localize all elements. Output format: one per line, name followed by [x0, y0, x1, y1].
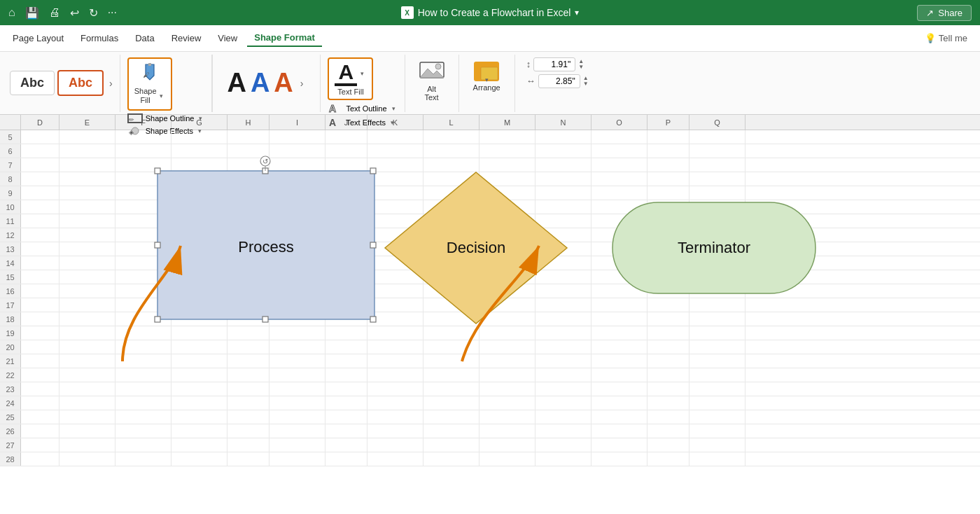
grid-cell[interactable] — [59, 214, 115, 228]
grid-cell[interactable] — [424, 200, 479, 214]
grid-cell[interactable] — [479, 228, 536, 242]
grid-cell[interactable] — [536, 158, 592, 172]
grid-cell[interactable] — [172, 144, 227, 158]
grid-cell[interactable] — [690, 284, 746, 298]
grid-cell[interactable] — [326, 284, 368, 298]
grid-cell[interactable] — [59, 284, 115, 298]
grid-cell[interactable] — [479, 214, 536, 228]
text-outline-btn[interactable]: A Text Outline ▾ — [328, 103, 397, 114]
grid-cell[interactable] — [648, 424, 690, 438]
grid-cell[interactable] — [536, 424, 592, 438]
grid-cell[interactable] — [326, 382, 368, 396]
grid-cell[interactable] — [326, 312, 368, 326]
grid-cell[interactable] — [479, 452, 536, 466]
grid-cell[interactable] — [21, 158, 59, 172]
grid-cell[interactable] — [690, 144, 746, 158]
grid-cell[interactable] — [648, 410, 690, 424]
grid-cell[interactable] — [326, 186, 368, 200]
grid-cell[interactable] — [115, 452, 172, 466]
text-effects-dropdown[interactable]: ▾ — [388, 118, 396, 127]
grid-cell[interactable] — [424, 312, 479, 326]
grid-cell[interactable] — [172, 214, 227, 228]
grid-cell[interactable] — [592, 228, 648, 242]
grid-cell[interactable] — [21, 284, 59, 298]
grid-cell[interactable] — [368, 284, 424, 298]
grid-cell[interactable] — [479, 172, 536, 186]
grid-cell[interactable] — [424, 438, 479, 452]
grid-cell[interactable] — [536, 186, 592, 200]
grid-cell[interactable] — [270, 326, 326, 340]
grid-cell[interactable] — [21, 172, 59, 186]
grid-cell[interactable] — [479, 270, 536, 284]
grid-cell[interactable] — [59, 130, 115, 144]
grid-cell[interactable] — [648, 312, 690, 326]
grid-cell[interactable] — [424, 326, 479, 340]
grid-cell[interactable] — [690, 200, 746, 214]
grid-cell[interactable] — [368, 200, 424, 214]
grid-cell[interactable] — [424, 410, 479, 424]
grid-cell[interactable] — [479, 382, 536, 396]
grid-cell[interactable] — [115, 298, 172, 312]
grid-cell[interactable] — [326, 228, 368, 242]
grid-cell[interactable] — [368, 396, 424, 410]
grid-cell[interactable] — [479, 158, 536, 172]
grid-cell[interactable] — [270, 438, 326, 452]
grid-cell[interactable] — [115, 256, 172, 270]
grid-cell[interactable] — [690, 242, 746, 256]
grid-cell[interactable] — [270, 172, 326, 186]
grid-cell[interactable] — [172, 158, 227, 172]
menu-data[interactable]: Data — [128, 30, 161, 46]
menu-review[interactable]: Review — [164, 30, 209, 46]
grid-cell[interactable] — [592, 144, 648, 158]
grid-cell[interactable] — [536, 228, 592, 242]
grid-cell[interactable] — [270, 382, 326, 396]
grid-cell[interactable] — [536, 382, 592, 396]
grid-cell[interactable] — [21, 242, 59, 256]
grid-cell[interactable] — [690, 396, 746, 410]
width-down[interactable]: ▼ — [583, 81, 589, 87]
menu-shape-format[interactable]: Shape Format — [247, 29, 322, 47]
grid-cell[interactable] — [592, 368, 648, 382]
grid-cell[interactable] — [592, 256, 648, 270]
grid-cell[interactable] — [690, 382, 746, 396]
grid-cell[interactable] — [368, 256, 424, 270]
grid-cell[interactable] — [326, 214, 368, 228]
text-fill-dropdown[interactable]: ▾ — [358, 69, 366, 78]
grid-cell[interactable] — [21, 368, 59, 382]
grid-cell[interactable] — [648, 172, 690, 186]
grid-cell[interactable] — [59, 340, 115, 354]
grid-cell[interactable] — [270, 452, 326, 466]
grid-cell[interactable] — [270, 270, 326, 284]
grid-cell[interactable] — [227, 452, 270, 466]
grid-cell[interactable] — [479, 200, 536, 214]
grid-cell[interactable] — [424, 270, 479, 284]
grid-cell[interactable] — [115, 340, 172, 354]
grid-cell[interactable] — [59, 158, 115, 172]
grid-cell[interactable] — [424, 242, 479, 256]
tell-me-btn[interactable]: 💡 Tell me — [918, 30, 974, 46]
grid-cell[interactable] — [172, 438, 227, 452]
grid-cell[interactable] — [536, 396, 592, 410]
grid-cell[interactable] — [479, 410, 536, 424]
grid-cell[interactable] — [368, 354, 424, 368]
grid-cell[interactable] — [59, 382, 115, 396]
grid-cell[interactable] — [227, 354, 270, 368]
grid-cell[interactable] — [227, 242, 270, 256]
grid-cell[interactable] — [424, 298, 479, 312]
grid-cell[interactable] — [21, 144, 59, 158]
grid-cell[interactable] — [59, 438, 115, 452]
grid-cell[interactable] — [227, 340, 270, 354]
grid-cell[interactable] — [59, 298, 115, 312]
grid-cell[interactable] — [115, 144, 172, 158]
grid-cell[interactable] — [536, 242, 592, 256]
grid-cell[interactable] — [21, 438, 59, 452]
grid-cell[interactable] — [368, 340, 424, 354]
grid-cell[interactable] — [690, 340, 746, 354]
grid-cell[interactable] — [59, 424, 115, 438]
grid-cell[interactable] — [172, 340, 227, 354]
grid-cell[interactable] — [326, 130, 368, 144]
grid-cell[interactable] — [21, 340, 59, 354]
grid-cell[interactable] — [479, 340, 536, 354]
grid-cell[interactable] — [59, 200, 115, 214]
styles-more-btn[interactable]: › — [106, 76, 115, 90]
